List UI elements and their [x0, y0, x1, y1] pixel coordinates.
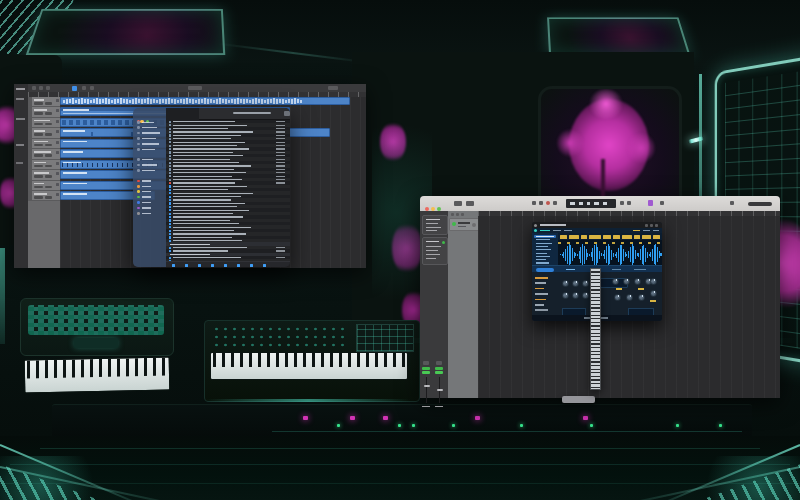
volume-slider[interactable]	[34, 175, 43, 178]
path-item-icon[interactable]	[224, 264, 227, 267]
volume-slider[interactable]	[34, 144, 43, 147]
knob[interactable]	[626, 294, 633, 301]
sidebar-item[interactable]	[137, 163, 165, 167]
knob[interactable]	[562, 280, 569, 287]
pan-slider[interactable]	[45, 165, 52, 168]
path-item-icon[interactable]	[250, 264, 253, 267]
instrument-track-header[interactable]	[449, 218, 479, 231]
sidebar-item[interactable]	[137, 147, 165, 151]
sidebar-item[interactable]	[137, 120, 165, 124]
volume-slider[interactable]	[34, 165, 43, 168]
plugin-nav-list[interactable]	[532, 233, 558, 265]
pan-slider[interactable]	[45, 196, 52, 199]
volume-slider[interactable]	[34, 133, 43, 136]
sidebar-item[interactable]	[137, 131, 165, 135]
mute-button[interactable]	[56, 109, 59, 112]
volume-slider[interactable]	[34, 102, 43, 105]
track-header[interactable]	[28, 139, 60, 149]
volume-slider[interactable]	[34, 186, 43, 189]
toolbar-button[interactable]	[284, 111, 290, 116]
track-header[interactable]	[28, 107, 60, 117]
pan-slider[interactable]	[45, 133, 52, 136]
scrollbar-nub[interactable]	[562, 396, 595, 403]
pan-slider[interactable]	[45, 186, 52, 189]
pan-slider[interactable]	[45, 112, 52, 115]
knob[interactable]	[572, 292, 579, 299]
mute-button[interactable]	[56, 99, 59, 102]
waveform-display[interactable]	[558, 240, 662, 267]
path-item-icon[interactable]	[237, 264, 240, 267]
sidebar-item[interactable]	[137, 125, 165, 129]
zone-marker-bar[interactable]	[558, 233, 662, 240]
track-header[interactable]	[28, 97, 60, 107]
path-item-icon[interactable]	[211, 264, 214, 267]
track-header[interactable]	[28, 118, 60, 128]
pan-slider[interactable]	[45, 123, 52, 126]
mute-button[interactable]	[56, 130, 59, 133]
file-list[interactable]	[166, 119, 290, 261]
sidebar-item[interactable]	[137, 184, 165, 188]
sidebar-item[interactable]	[137, 168, 165, 172]
sidebar-item[interactable]	[137, 136, 165, 140]
path-item-icon[interactable]	[198, 264, 201, 267]
knob[interactable]	[650, 290, 657, 297]
mute-button[interactable]	[56, 162, 59, 165]
knob[interactable]	[572, 280, 579, 287]
tuner-button[interactable]	[648, 200, 653, 206]
mute-button[interactable]	[56, 183, 59, 186]
vertical-keyboard-strip[interactable]	[590, 268, 601, 390]
path-item-icon[interactable]	[263, 264, 266, 267]
lcd-display[interactable]	[566, 199, 616, 208]
knob[interactable]	[623, 278, 630, 285]
sidebar-item[interactable]	[137, 189, 165, 193]
sidebar-item[interactable]	[137, 195, 165, 199]
sidebar-item[interactable]	[137, 200, 165, 204]
track-header[interactable]	[28, 191, 60, 201]
mute-button[interactable]	[56, 193, 59, 196]
file-name	[173, 176, 232, 177]
mute-button[interactable]	[56, 120, 59, 123]
knob[interactable]	[582, 292, 589, 299]
knob[interactable]	[650, 278, 657, 285]
knob[interactable]	[638, 294, 645, 301]
channel-strip-1[interactable]	[421, 361, 432, 411]
sidebar-item[interactable]	[137, 142, 165, 146]
channel-strip-2[interactable]	[434, 361, 445, 411]
volume-slider[interactable]	[34, 196, 43, 199]
master-volume-slider[interactable]	[748, 202, 772, 206]
track-header[interactable]	[28, 160, 60, 170]
knob[interactable]	[614, 294, 621, 301]
file-browser-window	[133, 108, 290, 267]
pan-slider[interactable]	[45, 154, 52, 157]
sidebar-item[interactable]	[137, 157, 165, 161]
knob[interactable]	[612, 278, 619, 285]
sidebar-item[interactable]	[137, 179, 165, 183]
track-header[interactable]	[28, 149, 60, 159]
mute-button[interactable]	[56, 172, 59, 175]
volume-slider[interactable]	[34, 112, 43, 115]
daw-left-inspector-strip[interactable]	[14, 84, 29, 268]
path-item-icon[interactable]	[172, 264, 175, 267]
audio-region[interactable]	[60, 97, 350, 105]
knob[interactable]	[634, 278, 641, 285]
mute-button[interactable]	[56, 141, 59, 144]
volume-slider[interactable]	[34, 154, 43, 157]
daw-right-inspector[interactable]	[420, 211, 449, 398]
path-item-icon[interactable]	[185, 264, 188, 267]
sidebar-item[interactable]	[137, 206, 165, 210]
daw-right-toolbar[interactable]	[420, 196, 780, 212]
mute-button[interactable]	[56, 151, 59, 154]
volume-slider[interactable]	[34, 123, 43, 126]
track-header[interactable]	[28, 181, 60, 191]
knob[interactable]	[562, 292, 569, 299]
track-header[interactable]	[28, 128, 60, 138]
zone-mode-button[interactable]	[536, 268, 554, 272]
value-readout	[638, 288, 644, 290]
pan-slider[interactable]	[45, 144, 52, 147]
browser-path-bar[interactable]	[166, 261, 290, 267]
knob[interactable]	[582, 280, 589, 287]
pan-slider[interactable]	[45, 175, 52, 178]
sidebar-item[interactable]	[137, 211, 165, 215]
track-header[interactable]	[28, 170, 60, 180]
pan-slider[interactable]	[45, 102, 52, 105]
